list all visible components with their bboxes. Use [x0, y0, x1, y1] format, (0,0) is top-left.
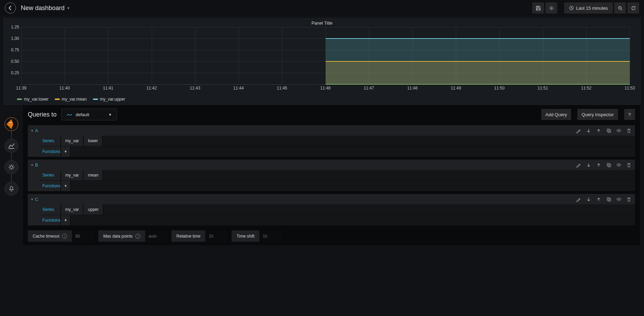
query-inspector-button[interactable]: Query Inspector: [577, 109, 618, 120]
collapse-toggle[interactable]: ▾: [31, 197, 33, 201]
move-down-button[interactable]: [586, 197, 591, 202]
legend-item[interactable]: my_var.mean: [55, 97, 87, 102]
move-up-button[interactable]: [596, 197, 601, 202]
toggle-visibility-button[interactable]: [616, 197, 621, 202]
series-keyword: Series: [39, 170, 61, 180]
toggle-visibility-button[interactable]: [616, 128, 621, 133]
datasource-picker[interactable]: default ▼: [61, 109, 117, 120]
x-axis-tick: 11:45: [277, 84, 287, 91]
svg-rect-13: [607, 197, 610, 200]
duplicate-button[interactable]: [606, 128, 611, 133]
tab-alert[interactable]: [5, 182, 18, 196]
move-down-button[interactable]: [586, 162, 591, 168]
svg-point-12: [618, 164, 619, 165]
zoom-out-button[interactable]: [614, 2, 626, 14]
add-function-button[interactable]: +: [61, 146, 71, 157]
legend-label: my_var.lower: [24, 97, 49, 102]
refresh-icon: [631, 6, 636, 11]
functions-keyword: Functions: [39, 215, 61, 225]
legend-item[interactable]: my_var.upper: [93, 97, 125, 102]
x-axis-tick: 11:49: [451, 84, 461, 91]
panel-title[interactable]: Panel Title: [4, 18, 640, 27]
query-ref-id[interactable]: B: [35, 162, 38, 168]
cache-timeout-label: Cache timeouti: [28, 230, 72, 242]
dashboard-title-dropdown[interactable]: New dashboard ▼: [21, 5, 70, 12]
series-segment[interactable]: my_var: [61, 204, 84, 215]
tab-queries[interactable]: [5, 117, 18, 131]
svg-rect-8: [608, 130, 611, 133]
series-segment[interactable]: lower: [84, 136, 103, 146]
tab-general[interactable]: [5, 160, 18, 174]
clock-icon: [569, 6, 574, 10]
datasource-icon: [67, 112, 72, 117]
query-ref-id[interactable]: A: [35, 128, 38, 133]
add-query-button[interactable]: Add Query: [541, 109, 571, 120]
move-up-button[interactable]: [596, 128, 601, 133]
y-axis-tick: 0.75: [11, 48, 19, 52]
svg-point-15: [618, 199, 619, 200]
save-dashboard-button[interactable]: [532, 2, 544, 14]
cache-timeout-input[interactable]: [72, 230, 94, 242]
series-line: [326, 84, 630, 85]
info-icon[interactable]: i: [135, 234, 140, 239]
add-function-button[interactable]: +: [61, 215, 71, 225]
max-data-points-input[interactable]: [145, 230, 167, 242]
edit-icon: [576, 162, 581, 168]
refresh-button[interactable]: [627, 2, 639, 14]
y-axis-tick: 1.00: [11, 36, 19, 41]
collapse-toggle[interactable]: ▾: [31, 129, 33, 133]
relative-time-label: Relative time: [172, 230, 205, 242]
editor-tabs: [3, 117, 20, 196]
series-line: [326, 38, 630, 39]
remove-icon: [626, 162, 632, 168]
remove-button[interactable]: [626, 162, 632, 168]
remove-button[interactable]: [626, 128, 632, 133]
edit-button[interactable]: [576, 197, 581, 202]
x-axis-tick: 11:44: [233, 84, 244, 91]
query-row: ▾ASeriesmy_varlowerFunctions+: [28, 125, 635, 157]
legend-item[interactable]: my_var.lower: [17, 97, 49, 102]
remove-icon: [626, 197, 632, 202]
remove-button[interactable]: [626, 197, 632, 202]
toggle-visibility-button[interactable]: [616, 162, 621, 168]
series-segment[interactable]: upper: [84, 204, 103, 215]
series-segment[interactable]: my_var: [61, 170, 84, 180]
move-down-icon: [586, 197, 591, 202]
collapse-toggle[interactable]: ▾: [31, 163, 33, 167]
settings-button[interactable]: [545, 2, 557, 14]
add-function-button[interactable]: +: [61, 181, 71, 191]
chart-area[interactable]: 1.251.000.750.500.2511:3911:4011:4111:42…: [4, 27, 640, 95]
edit-icon: [576, 128, 581, 133]
info-icon[interactable]: i: [62, 234, 67, 239]
x-axis-tick: 11:47: [364, 84, 374, 91]
query-editor: Queries to default ▼ Add Query Query Ins…: [23, 105, 640, 245]
navbar: New dashboard ▼ Last 15 minutes: [0, 0, 644, 16]
x-axis-tick: 11:41: [103, 84, 113, 91]
move-up-button[interactable]: [596, 162, 601, 168]
query-ref-id[interactable]: C: [35, 197, 38, 202]
svg-rect-14: [608, 198, 611, 201]
move-down-button[interactable]: [586, 128, 591, 133]
relative-time-input[interactable]: [205, 230, 227, 242]
series-segment[interactable]: my_var: [61, 136, 84, 146]
y-axis-tick: 0.25: [11, 70, 19, 75]
time-shift-input[interactable]: [259, 230, 282, 242]
dashboard-title: New dashboard: [21, 5, 65, 12]
duplicate-button[interactable]: [606, 162, 611, 168]
time-range-picker[interactable]: Last 15 minutes: [564, 2, 613, 14]
series-fill: [326, 61, 630, 84]
x-axis-tick: 11:50: [494, 84, 504, 91]
query-row: ▾BSeriesmy_varmeanFunctions+: [28, 160, 635, 191]
series-segment[interactable]: mean: [84, 170, 103, 180]
tab-visualization[interactable]: [5, 139, 18, 153]
query-help-button[interactable]: ?: [624, 109, 635, 120]
duplicate-button[interactable]: [606, 197, 611, 202]
edit-button[interactable]: [576, 162, 581, 168]
graph-panel: Panel Title 1.251.000.750.500.2511:3911:…: [3, 18, 641, 105]
edit-button[interactable]: [576, 128, 581, 133]
back-button[interactable]: [5, 2, 16, 14]
svg-rect-10: [607, 163, 610, 166]
legend-swatch: [93, 99, 98, 100]
move-down-icon: [586, 128, 591, 133]
series-keyword: Series: [39, 136, 61, 146]
